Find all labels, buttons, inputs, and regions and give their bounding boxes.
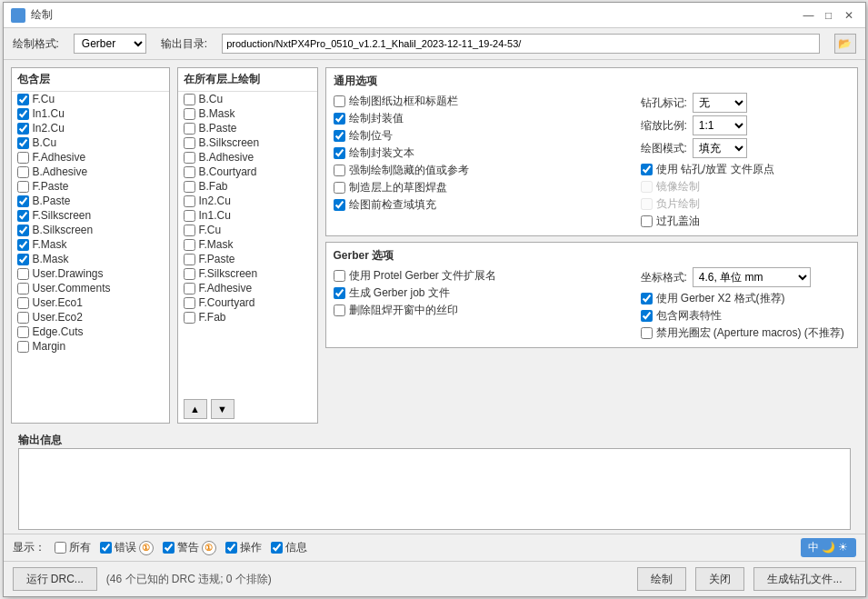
opt-gerber-x2: 使用 Gerber X2 格式(推荐) — [641, 290, 850, 307]
all-layer-item: B.Fab — [178, 179, 317, 194]
opt-negative-check[interactable] — [641, 198, 653, 210]
drill-mark-row: 钻孔标记: 无 — [641, 93, 850, 113]
all-layer-check-12[interactable] — [184, 268, 195, 280]
opt-gerber-job: 生成 Gerber job 文件 — [334, 285, 626, 302]
all-layer-check-4[interactable] — [184, 152, 195, 164]
move-up-button[interactable]: ▲ — [184, 399, 207, 419]
opt-aperture-macros-check[interactable] — [641, 327, 653, 339]
all-layer-check-11[interactable] — [184, 254, 195, 265]
move-down-button[interactable]: ▼ — [211, 399, 234, 419]
action-status-check[interactable] — [225, 542, 237, 554]
opt-via-tenting-label: 过孔盖油 — [656, 214, 700, 229]
warning-status-check[interactable] — [163, 542, 175, 554]
opt-zone-fill-check[interactable] — [334, 199, 345, 211]
maximize-button[interactable]: □ — [820, 6, 838, 25]
plot-button[interactable]: 绘制 — [637, 567, 686, 591]
folder-button[interactable]: 📂 — [834, 34, 856, 54]
opt-gerber-x2-check[interactable] — [641, 293, 653, 304]
tray-text: 中 🌙 ☀ — [808, 540, 849, 555]
all-layer-check-3[interactable] — [184, 137, 195, 149]
opt-remove-silkscreen-check[interactable] — [334, 304, 345, 316]
include-layer-check-6[interactable] — [17, 181, 29, 193]
include-layer-check-2[interactable] — [17, 123, 29, 135]
opt-force-hidden-check[interactable] — [334, 165, 345, 176]
include-layer-check-13[interactable] — [17, 283, 29, 295]
output-info-area[interactable] — [18, 448, 851, 530]
all-layer-item: In1.Cu — [178, 208, 317, 223]
include-layer-check-12[interactable] — [17, 268, 29, 280]
close-button[interactable]: ✕ — [840, 6, 858, 25]
include-layer-check-3[interactable] — [17, 137, 29, 149]
include-layer-check-10[interactable] — [17, 239, 29, 251]
opt-footprint-text: 绘制封装文本 — [334, 145, 626, 162]
generate-drill-button[interactable]: 生成钻孔文件... — [753, 567, 855, 591]
opt-gerber-job-check[interactable] — [334, 287, 345, 299]
output-dir-input[interactable] — [222, 34, 819, 54]
include-layer-check-16[interactable] — [17, 326, 29, 338]
all-layer-check-1[interactable] — [184, 108, 195, 120]
include-layer-check-11[interactable] — [17, 254, 29, 265]
include-layers-list[interactable]: F.CuIn1.CuIn2.CuB.CuF.AdhesiveB.Adhesive… — [12, 91, 169, 423]
all-layer-check-8[interactable] — [184, 210, 195, 222]
main-content: 包含层 F.CuIn1.CuIn2.CuB.CuF.AdhesiveB.Adhe… — [4, 60, 865, 431]
include-layer-check-5[interactable] — [17, 166, 29, 178]
run-drc-button[interactable]: 运行 DRC... — [13, 567, 97, 591]
all-layer-label: F.Adhesive — [199, 282, 253, 295]
all-status-check[interactable] — [55, 542, 66, 554]
include-layers-panel: 包含层 F.CuIn1.CuIn2.CuB.CuF.AdhesiveB.Adhe… — [11, 67, 170, 424]
include-layer-check-4[interactable] — [17, 152, 29, 164]
opt-negative: 负片绘制 — [641, 195, 850, 213]
opt-ref-check[interactable] — [334, 130, 345, 142]
opt-drill-origin-check[interactable] — [641, 164, 653, 175]
opt-protel-ext-check[interactable] — [334, 270, 345, 282]
include-layer-item: F.Cu — [12, 92, 169, 106]
include-layers-title: 包含层 — [12, 68, 169, 91]
include-layer-check-15[interactable] — [17, 312, 29, 324]
opt-sketch-pad-check[interactable] — [334, 182, 345, 194]
coord-format-label: 坐标格式: — [641, 270, 687, 285]
opt-footprint-value: 绘制封装值 — [334, 110, 626, 127]
include-layer-check-14[interactable] — [17, 297, 29, 309]
status-bar: 显示： 所有 错误 ① 警告 ① 操作 信息 中 🌙 ☀ — [4, 534, 865, 561]
all-layer-check-13[interactable] — [184, 283, 195, 295]
include-layer-check-1[interactable] — [17, 108, 29, 120]
opt-footprint-value-check[interactable] — [334, 113, 345, 125]
all-layer-check-15[interactable] — [184, 312, 195, 324]
all-layer-check-14[interactable] — [184, 297, 195, 309]
scale-row: 缩放比例: 1:1 — [641, 115, 850, 135]
all-layer-check-6[interactable] — [184, 181, 195, 193]
opt-sketch-pad-label: 制造层上的草图焊盘 — [349, 180, 447, 195]
include-layer-item: F.Mask — [12, 237, 169, 252]
all-layers-list[interactable]: B.CuB.MaskB.PasteB.SilkscreenB.AdhesiveB… — [178, 91, 317, 395]
include-layer-check-8[interactable] — [17, 210, 29, 222]
all-layer-check-5[interactable] — [184, 166, 195, 178]
plot-mode-select[interactable]: 填充 — [693, 138, 747, 158]
all-layer-check-7[interactable] — [184, 195, 195, 207]
opt-sketch-pad: 制造层上的草图焊盘 — [334, 179, 626, 196]
all-layer-check-0[interactable] — [184, 94, 195, 105]
include-layer-check-9[interactable] — [17, 225, 29, 236]
include-layer-check-0[interactable] — [17, 94, 29, 105]
opt-paper-border-check[interactable] — [334, 95, 345, 107]
scale-select[interactable]: 1:1 — [693, 115, 747, 135]
info-status-check[interactable] — [271, 542, 283, 554]
all-layer-check-2[interactable] — [184, 123, 195, 135]
drill-mark-select[interactable]: 无 — [693, 93, 747, 113]
opt-via-tenting-check[interactable] — [641, 215, 653, 227]
opt-footprint-text-check[interactable] — [334, 147, 345, 159]
all-layer-check-9[interactable] — [184, 225, 195, 236]
all-layer-check-10[interactable] — [184, 239, 195, 251]
all-layer-item: F.Fab — [178, 310, 317, 324]
close-button-bottom[interactable]: 关闭 — [695, 567, 744, 591]
format-select[interactable]: Gerber — [74, 34, 146, 54]
include-layer-check-17[interactable] — [17, 341, 29, 353]
include-layer-check-7[interactable] — [17, 195, 29, 207]
opt-mirror-check[interactable] — [641, 181, 653, 193]
output-info-title: 输出信息 — [11, 431, 858, 448]
opt-netlist-check[interactable] — [641, 310, 653, 322]
minimize-button[interactable]: — — [800, 6, 818, 25]
coord-format-select[interactable]: 4.6, 单位 mm — [693, 267, 811, 287]
error-status-check[interactable] — [100, 542, 112, 554]
opt-aperture-macros-label: 禁用光圈宏 (Aperture macros) (不推荐) — [656, 325, 844, 341]
opt-ref-label: 绘制位号 — [349, 128, 393, 144]
